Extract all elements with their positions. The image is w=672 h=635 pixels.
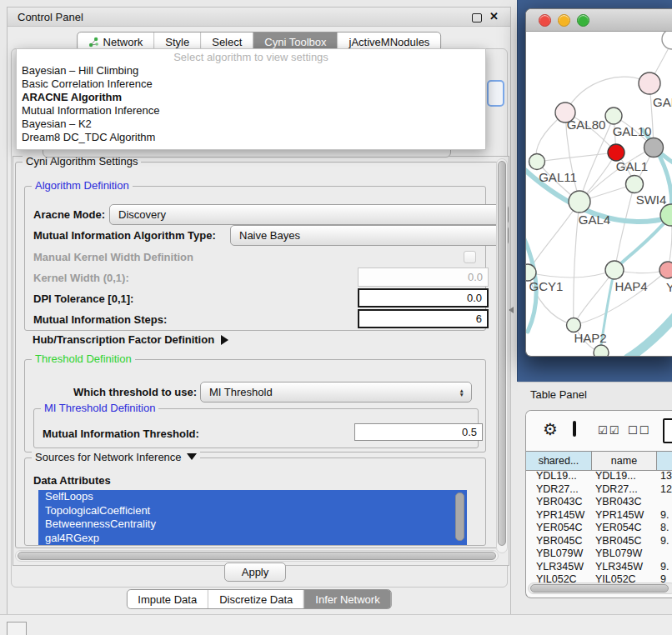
table-cell[interactable]: 9. bbox=[660, 535, 672, 548]
focused-combo-fragment bbox=[487, 80, 504, 107]
table-panel-titlebar: Table Panel bbox=[518, 382, 672, 406]
table-cell[interactable]: YBR045C bbox=[536, 535, 591, 548]
tab-discretize-data[interactable]: Discretize Data bbox=[208, 590, 303, 608]
network-view-window[interactable]: GAL GAL80 GAL10 GAL1 GAL11 SWI4 GAL4 GCY… bbox=[525, 8, 672, 357]
settings-horizontal-scrollbar[interactable] bbox=[15, 550, 499, 562]
algorithm-option-selected[interactable]: ARACNE Algorithm bbox=[17, 91, 485, 104]
partial-corner-window bbox=[7, 622, 27, 635]
algorithm-option[interactable]: Mutual Information Inference bbox=[17, 104, 485, 118]
column-header-name[interactable]: name bbox=[592, 451, 657, 471]
algorithm-dropdown-list: Select algorithm to view settings Bayesi… bbox=[16, 48, 486, 150]
aracne-mode-select[interactable]: Discovery ▲▼ bbox=[109, 204, 509, 225]
control-panel-titlebar: Control Panel ✕ bbox=[8, 8, 510, 27]
table-cell[interactable] bbox=[660, 496, 672, 509]
table-cell[interactable]: 12 bbox=[660, 483, 672, 497]
apply-button[interactable]: Apply bbox=[224, 562, 286, 582]
attribute-item[interactable]: SelfLoops bbox=[38, 490, 467, 504]
table-cell[interactable]: 9. bbox=[660, 561, 672, 574]
close-window-icon[interactable] bbox=[539, 14, 551, 27]
table-cell[interactable] bbox=[660, 548, 672, 561]
table-cell[interactable]: YDL19... bbox=[595, 470, 655, 483]
gear-icon[interactable]: ⚙ bbox=[543, 421, 558, 438]
which-threshold-select[interactable]: MI Threshold ▲▼ bbox=[200, 382, 472, 402]
tab-infer-network[interactable]: Infer Network bbox=[303, 590, 390, 608]
table-horizontal-scrollbar[interactable] bbox=[528, 582, 672, 594]
threshold-definition-title: Threshold Definition bbox=[32, 352, 135, 365]
algorithm-option[interactable]: Dream8 DC_TDC Algorithm bbox=[17, 131, 485, 144]
minimize-window-icon[interactable] bbox=[558, 14, 570, 27]
algorithm-dropdown-placeholder: Select algorithm to view settings bbox=[17, 51, 485, 64]
settings-vertical-scrollbar[interactable] bbox=[496, 158, 508, 553]
control-panel-window: Control Panel ✕ Network Style Select Cyn… bbox=[7, 7, 511, 616]
algorithm-definition-title: Algorithm Definition bbox=[32, 179, 133, 192]
mi-steps-input[interactable]: 6 bbox=[358, 309, 489, 328]
list-scrollbar-thumb[interactable] bbox=[455, 492, 464, 541]
hub-definition-expander[interactable]: Hub/Transcription Factor Definition bbox=[33, 333, 228, 346]
sources-title[interactable]: Sources for Network Inference bbox=[32, 451, 200, 463]
table-cell[interactable]: YER054C bbox=[595, 522, 655, 535]
table-cell[interactable]: YER054C bbox=[536, 522, 591, 535]
tab-impute-data-label: Impute Data bbox=[138, 593, 197, 606]
table-cell[interactable]: 13 bbox=[660, 470, 672, 483]
column-header-shared-label: shared... bbox=[539, 455, 579, 467]
mi-threshold-value: 0.5 bbox=[462, 426, 477, 438]
stepper-arrows-icon: ▲▼ bbox=[459, 388, 464, 397]
attribute-item[interactable]: BetweennessCentrality bbox=[38, 518, 467, 532]
algorithm-definition-group: Algorithm Definition Aracne Mode: Discov… bbox=[24, 186, 486, 331]
column-header-shared[interactable]: shared... bbox=[526, 451, 592, 471]
algorithm-option[interactable]: Bayesian – Hill Climbing bbox=[17, 64, 485, 78]
mi-type-select[interactable]: Naive Bayes ▲▼ bbox=[230, 225, 509, 246]
node-label: GAL1 bbox=[616, 159, 648, 173]
checked-boxes-icon[interactable]: ☑☑ bbox=[598, 424, 620, 437]
hub-definition-label: Hub/Transcription Factor Definition bbox=[33, 333, 214, 346]
tab-cyni-toolbox-label: Cyni Toolbox bbox=[264, 36, 326, 48]
table-cell[interactable]: YBR043C bbox=[595, 496, 655, 509]
table-cell[interactable]: YPR145W bbox=[536, 509, 591, 522]
which-threshold-value: MI Threshold bbox=[209, 386, 273, 398]
table-cell[interactable]: YPR145W bbox=[595, 509, 655, 522]
columns-icon[interactable] bbox=[573, 421, 576, 437]
table-cell[interactable]: YDR27... bbox=[536, 483, 591, 497]
tab-select-label: Select bbox=[212, 36, 242, 48]
table-cell[interactable]: YLR345W bbox=[536, 561, 591, 574]
aracne-mode-label: Aracne Mode: bbox=[33, 208, 105, 221]
node-label: GAL80 bbox=[567, 118, 606, 132]
unchecked-boxes-icon[interactable]: ☐☐ bbox=[628, 424, 650, 437]
panel-splitter-handle[interactable] bbox=[509, 307, 514, 313]
tab-jactivemnodules-label: jActiveMNodules bbox=[349, 36, 430, 48]
dpi-tolerance-input[interactable]: 0.0 bbox=[358, 288, 489, 308]
tab-impute-data[interactable]: Impute Data bbox=[127, 590, 208, 608]
table-cell[interactable]: 8. bbox=[660, 522, 672, 535]
table-cell[interactable]: 9. bbox=[660, 509, 672, 522]
table-cell[interactable]: YDL19... bbox=[536, 470, 591, 483]
kernel-width-value: 0.0 bbox=[468, 271, 483, 283]
manual-kernel-checkbox[interactable] bbox=[464, 251, 476, 263]
threshold-definition-group: Threshold Definition Which threshold to … bbox=[24, 359, 486, 452]
control-panel-title: Control Panel bbox=[18, 11, 83, 23]
attribute-item[interactable]: gal4RGexp bbox=[38, 532, 467, 546]
table-cell[interactable]: YBR043C bbox=[536, 496, 591, 509]
table-cell[interactable]: YDR27... bbox=[595, 483, 655, 497]
table-cell[interactable]: YBR045C bbox=[595, 535, 655, 548]
table-cell[interactable]: YBL079W bbox=[595, 548, 655, 561]
algorithm-option[interactable]: Bayesian – K2 bbox=[17, 118, 485, 131]
data-attributes-list[interactable]: SelfLoops TopologicalCoefficient Between… bbox=[38, 490, 467, 545]
float-window-icon[interactable] bbox=[472, 13, 482, 22]
document-icon[interactable] bbox=[663, 418, 672, 443]
zoom-window-icon[interactable] bbox=[577, 14, 589, 27]
which-threshold-label: Which threshold to use: bbox=[73, 386, 197, 398]
tab-style-label: Style bbox=[165, 36, 189, 48]
mi-threshold-input[interactable]: 0.5 bbox=[354, 423, 483, 441]
mi-type-label: Mutual Information Algorithm Type: bbox=[33, 229, 216, 242]
attribute-item[interactable]: TopologicalCoefficient bbox=[38, 504, 467, 518]
table-cell[interactable]: YLR345W bbox=[595, 561, 655, 574]
table-cell[interactable]: YBL079W bbox=[536, 548, 591, 561]
network-window-titlebar[interactable] bbox=[526, 9, 672, 32]
kernel-width-input: 0.0 bbox=[358, 268, 489, 287]
tab-infer-network-label: Infer Network bbox=[315, 593, 379, 606]
algorithm-option[interactable]: Basic Correlation Inference bbox=[17, 78, 485, 91]
close-panel-icon[interactable]: ✕ bbox=[489, 12, 499, 21]
column-header-third[interactable] bbox=[657, 451, 672, 471]
network-graph-canvas[interactable]: GAL GAL80 GAL10 GAL1 GAL11 SWI4 GAL4 GCY… bbox=[526, 32, 672, 356]
table-panel-window: ⚙ ☑☑ ☐☐ shared... name YDL19... YDL19...… bbox=[525, 410, 672, 598]
